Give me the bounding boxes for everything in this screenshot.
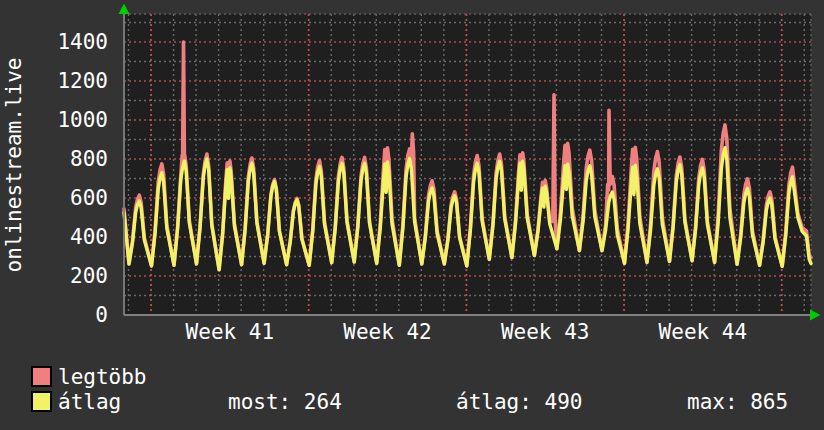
stat-max: max: 865 (687, 391, 788, 413)
x-tick-label-week-42: Week 42 (308, 320, 468, 344)
legend-label-legtobb: legtöbb (58, 366, 147, 388)
stat-most: most: 264 (228, 391, 342, 413)
y-tick-label-400: 400 (0, 224, 108, 250)
y-tick-label-800: 800 (0, 146, 108, 172)
x-tick-label-week-41: Week 41 (150, 320, 310, 344)
stat-atlag: átlag: 490 (456, 391, 582, 413)
y-tick-label-1200: 1200 (0, 68, 108, 94)
series-line-avg (124, 148, 811, 270)
y-axis-arrow-icon (119, 4, 130, 15)
y-tick-label-1400: 1400 (0, 29, 108, 55)
x-tick-label-week-43: Week 43 (465, 320, 625, 344)
rrd-graph: onlinestream.live 0200400600800100012001… (0, 0, 824, 430)
y-tick-label-1000: 1000 (0, 107, 108, 133)
legend-swatch-atlag (31, 391, 52, 412)
x-axis-arrow-icon (810, 310, 821, 321)
y-tick-label-200: 200 (0, 263, 108, 289)
plot-canvas (124, 14, 811, 315)
legend-swatch-legtobb (31, 366, 52, 387)
legend-label-atlag: átlag (58, 391, 121, 413)
x-tick-label-week-44: Week 44 (623, 320, 783, 344)
y-tick-label-600: 600 (0, 185, 108, 211)
series-line-max (124, 42, 811, 270)
y-tick-label-0: 0 (0, 302, 108, 328)
